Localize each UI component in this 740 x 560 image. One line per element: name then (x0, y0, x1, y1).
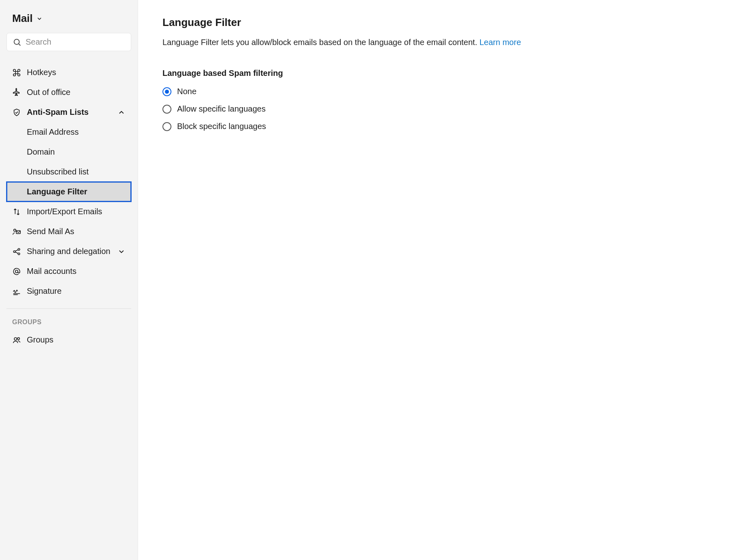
sidebar-item-sharing[interactable]: Sharing and delegation (6, 241, 131, 261)
sidebar-subitem-email-address[interactable]: Email Address (6, 122, 131, 142)
sidebar-item-label: Send Mail As (27, 227, 125, 236)
sidebar-item-send-mail-as[interactable]: Send Mail As (6, 222, 131, 241)
sidebar-item-label: Mail accounts (27, 267, 125, 276)
learn-more-link[interactable]: Learn more (480, 38, 521, 47)
sidebar-item-label: Sharing and delegation (27, 247, 117, 256)
sidebar-item-hotkeys[interactable]: Hotkeys (6, 62, 131, 82)
sidebar-item-label: Signature (27, 286, 125, 296)
radio-label: Block specific languages (177, 122, 266, 131)
sidebar-title: Mail (12, 12, 33, 25)
sidebar-item-label: Domain (27, 147, 55, 157)
page-title: Language Filter (162, 16, 729, 29)
sidebar-item-label: Groups (27, 335, 125, 345)
airplane-icon (12, 88, 21, 97)
sidebar-item-label: Hotkeys (27, 68, 125, 77)
radio-option-none[interactable]: None (162, 87, 729, 96)
svg-point-0 (14, 39, 19, 44)
radio-label: Allow specific languages (177, 104, 266, 114)
search-input[interactable] (26, 37, 125, 47)
sidebar-item-signature[interactable]: Signature (6, 281, 131, 301)
sidebar: Mail Hotkeys Out of office Anti-Spam Lis… (0, 0, 138, 560)
sidebar-section-switcher[interactable]: Mail (6, 12, 131, 33)
command-icon (12, 68, 21, 77)
sidebar-item-anti-spam[interactable]: Anti-Spam Lists (6, 102, 131, 122)
radio-icon (162, 105, 171, 114)
sidebar-item-import-export[interactable]: Import/Export Emails (6, 202, 131, 222)
sidebar-item-label: Language Filter (27, 187, 87, 196)
description-text: Language Filter lets you allow/block ema… (162, 38, 480, 47)
signature-icon (12, 287, 21, 296)
sidebar-subitem-unsubscribed[interactable]: Unsubscribed list (6, 162, 131, 182)
search-box[interactable] (6, 33, 131, 51)
user-mail-icon (12, 227, 21, 236)
sidebar-item-label: Unsubscribed list (27, 167, 89, 177)
language-filter-radio-group: None Allow specific languages Block spec… (162, 87, 729, 131)
svg-line-7 (15, 250, 18, 251)
filter-subheading: Language based Spam filtering (162, 69, 729, 78)
chevron-up-icon (117, 108, 125, 116)
at-icon (12, 267, 21, 276)
radio-option-block[interactable]: Block specific languages (162, 122, 729, 131)
search-icon (13, 38, 22, 47)
share-icon (12, 247, 21, 256)
main-content: Language Filter Language Filter lets you… (138, 0, 740, 560)
radio-icon (162, 87, 171, 96)
sidebar-section-groups-label: GROUPS (6, 316, 131, 330)
svg-point-2 (14, 229, 16, 231)
sidebar-item-label: Import/Export Emails (27, 207, 125, 216)
sidebar-nav: Hotkeys Out of office Anti-Spam Lists Em… (6, 62, 131, 301)
sidebar-item-mail-accounts[interactable]: Mail accounts (6, 261, 131, 281)
sidebar-item-label: Anti-Spam Lists (27, 108, 117, 117)
anti-spam-sublist: Email Address Domain Unsubscribed list L… (6, 122, 131, 202)
sidebar-subitem-domain[interactable]: Domain (6, 142, 131, 162)
sidebar-nav-groups: Groups (6, 330, 131, 350)
chevron-down-icon (36, 15, 43, 22)
users-icon (12, 336, 21, 345)
svg-line-8 (15, 252, 18, 253)
sidebar-divider (6, 308, 131, 309)
radio-icon (162, 122, 171, 131)
shield-icon (12, 108, 21, 117)
sidebar-item-label: Out of office (27, 88, 125, 97)
sidebar-subitem-language-filter[interactable]: Language Filter (6, 182, 131, 202)
arrows-up-down-icon (12, 207, 21, 216)
svg-line-1 (19, 44, 20, 45)
page-description: Language Filter lets you allow/block ema… (162, 36, 729, 48)
svg-point-9 (15, 270, 18, 272)
sidebar-item-groups[interactable]: Groups (6, 330, 131, 350)
radio-label: None (177, 87, 197, 96)
svg-point-12 (14, 338, 17, 340)
radio-option-allow[interactable]: Allow specific languages (162, 104, 729, 114)
svg-point-13 (17, 337, 19, 339)
sidebar-item-label: Email Address (27, 127, 79, 137)
sidebar-item-out-of-office[interactable]: Out of office (6, 82, 131, 102)
chevron-down-icon (117, 248, 125, 256)
